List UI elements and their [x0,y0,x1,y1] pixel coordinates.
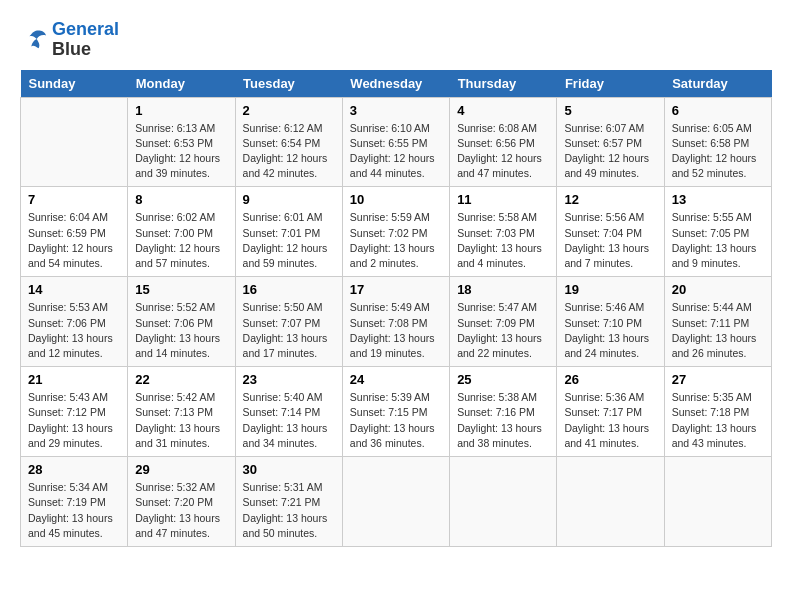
calendar-cell: 6Sunrise: 6:05 AM Sunset: 6:58 PM Daylig… [664,97,771,187]
calendar-table: SundayMondayTuesdayWednesdayThursdayFrid… [20,70,772,547]
calendar-cell: 11Sunrise: 5:58 AM Sunset: 7:03 PM Dayli… [450,187,557,277]
day-info: Sunrise: 5:34 AM Sunset: 7:19 PM Dayligh… [28,480,120,541]
calendar-cell [342,457,449,547]
weekday-header-wednesday: Wednesday [342,70,449,98]
day-info: Sunrise: 5:53 AM Sunset: 7:06 PM Dayligh… [28,300,120,361]
calendar-cell: 1Sunrise: 6:13 AM Sunset: 6:53 PM Daylig… [128,97,235,187]
day-number: 11 [457,192,549,207]
calendar-cell: 10Sunrise: 5:59 AM Sunset: 7:02 PM Dayli… [342,187,449,277]
calendar-cell: 3Sunrise: 6:10 AM Sunset: 6:55 PM Daylig… [342,97,449,187]
day-number: 21 [28,372,120,387]
logo-text: GeneralBlue [52,20,119,60]
calendar-cell: 19Sunrise: 5:46 AM Sunset: 7:10 PM Dayli… [557,277,664,367]
day-info: Sunrise: 6:12 AM Sunset: 6:54 PM Dayligh… [243,121,335,182]
day-number: 25 [457,372,549,387]
calendar-cell: 12Sunrise: 5:56 AM Sunset: 7:04 PM Dayli… [557,187,664,277]
page-header: GeneralBlue [20,20,772,60]
calendar-cell: 24Sunrise: 5:39 AM Sunset: 7:15 PM Dayli… [342,367,449,457]
calendar-cell: 22Sunrise: 5:42 AM Sunset: 7:13 PM Dayli… [128,367,235,457]
calendar-cell: 8Sunrise: 6:02 AM Sunset: 7:00 PM Daylig… [128,187,235,277]
logo-icon [20,28,48,52]
day-info: Sunrise: 5:42 AM Sunset: 7:13 PM Dayligh… [135,390,227,451]
calendar-cell [450,457,557,547]
day-info: Sunrise: 6:10 AM Sunset: 6:55 PM Dayligh… [350,121,442,182]
day-info: Sunrise: 5:58 AM Sunset: 7:03 PM Dayligh… [457,210,549,271]
weekday-header-friday: Friday [557,70,664,98]
calendar-cell: 9Sunrise: 6:01 AM Sunset: 7:01 PM Daylig… [235,187,342,277]
day-number: 29 [135,462,227,477]
day-info: Sunrise: 5:40 AM Sunset: 7:14 PM Dayligh… [243,390,335,451]
day-number: 4 [457,103,549,118]
calendar-cell: 26Sunrise: 5:36 AM Sunset: 7:17 PM Dayli… [557,367,664,457]
day-number: 7 [28,192,120,207]
day-info: Sunrise: 5:55 AM Sunset: 7:05 PM Dayligh… [672,210,764,271]
weekday-header-thursday: Thursday [450,70,557,98]
calendar-cell: 28Sunrise: 5:34 AM Sunset: 7:19 PM Dayli… [21,457,128,547]
day-info: Sunrise: 5:44 AM Sunset: 7:11 PM Dayligh… [672,300,764,361]
day-info: Sunrise: 5:56 AM Sunset: 7:04 PM Dayligh… [564,210,656,271]
calendar-cell: 27Sunrise: 5:35 AM Sunset: 7:18 PM Dayli… [664,367,771,457]
calendar-cell: 5Sunrise: 6:07 AM Sunset: 6:57 PM Daylig… [557,97,664,187]
calendar-cell: 30Sunrise: 5:31 AM Sunset: 7:21 PM Dayli… [235,457,342,547]
weekday-header-tuesday: Tuesday [235,70,342,98]
calendar-cell: 21Sunrise: 5:43 AM Sunset: 7:12 PM Dayli… [21,367,128,457]
calendar-cell [21,97,128,187]
day-info: Sunrise: 5:35 AM Sunset: 7:18 PM Dayligh… [672,390,764,451]
day-info: Sunrise: 5:36 AM Sunset: 7:17 PM Dayligh… [564,390,656,451]
calendar-week-row: 28Sunrise: 5:34 AM Sunset: 7:19 PM Dayli… [21,457,772,547]
calendar-cell: 7Sunrise: 6:04 AM Sunset: 6:59 PM Daylig… [21,187,128,277]
day-info: Sunrise: 5:32 AM Sunset: 7:20 PM Dayligh… [135,480,227,541]
day-info: Sunrise: 6:05 AM Sunset: 6:58 PM Dayligh… [672,121,764,182]
calendar-cell: 14Sunrise: 5:53 AM Sunset: 7:06 PM Dayli… [21,277,128,367]
day-number: 18 [457,282,549,297]
day-number: 12 [564,192,656,207]
day-number: 24 [350,372,442,387]
day-number: 22 [135,372,227,387]
day-number: 10 [350,192,442,207]
day-info: Sunrise: 5:52 AM Sunset: 7:06 PM Dayligh… [135,300,227,361]
day-info: Sunrise: 5:50 AM Sunset: 7:07 PM Dayligh… [243,300,335,361]
calendar-cell: 29Sunrise: 5:32 AM Sunset: 7:20 PM Dayli… [128,457,235,547]
day-number: 26 [564,372,656,387]
day-number: 2 [243,103,335,118]
day-info: Sunrise: 5:31 AM Sunset: 7:21 PM Dayligh… [243,480,335,541]
calendar-cell [557,457,664,547]
day-number: 30 [243,462,335,477]
day-number: 6 [672,103,764,118]
day-number: 5 [564,103,656,118]
day-number: 19 [564,282,656,297]
day-number: 20 [672,282,764,297]
day-number: 27 [672,372,764,387]
day-number: 15 [135,282,227,297]
weekday-header-sunday: Sunday [21,70,128,98]
day-info: Sunrise: 5:38 AM Sunset: 7:16 PM Dayligh… [457,390,549,451]
day-number: 17 [350,282,442,297]
day-number: 16 [243,282,335,297]
day-number: 8 [135,192,227,207]
day-info: Sunrise: 5:47 AM Sunset: 7:09 PM Dayligh… [457,300,549,361]
calendar-week-row: 21Sunrise: 5:43 AM Sunset: 7:12 PM Dayli… [21,367,772,457]
calendar-cell: 25Sunrise: 5:38 AM Sunset: 7:16 PM Dayli… [450,367,557,457]
day-info: Sunrise: 6:07 AM Sunset: 6:57 PM Dayligh… [564,121,656,182]
calendar-week-row: 1Sunrise: 6:13 AM Sunset: 6:53 PM Daylig… [21,97,772,187]
calendar-cell: 16Sunrise: 5:50 AM Sunset: 7:07 PM Dayli… [235,277,342,367]
weekday-header-saturday: Saturday [664,70,771,98]
day-info: Sunrise: 5:39 AM Sunset: 7:15 PM Dayligh… [350,390,442,451]
calendar-week-row: 14Sunrise: 5:53 AM Sunset: 7:06 PM Dayli… [21,277,772,367]
day-info: Sunrise: 6:01 AM Sunset: 7:01 PM Dayligh… [243,210,335,271]
weekday-header-row: SundayMondayTuesdayWednesdayThursdayFrid… [21,70,772,98]
day-info: Sunrise: 6:13 AM Sunset: 6:53 PM Dayligh… [135,121,227,182]
day-info: Sunrise: 5:49 AM Sunset: 7:08 PM Dayligh… [350,300,442,361]
day-number: 3 [350,103,442,118]
calendar-cell: 2Sunrise: 6:12 AM Sunset: 6:54 PM Daylig… [235,97,342,187]
calendar-cell: 23Sunrise: 5:40 AM Sunset: 7:14 PM Dayli… [235,367,342,457]
day-info: Sunrise: 6:02 AM Sunset: 7:00 PM Dayligh… [135,210,227,271]
day-number: 23 [243,372,335,387]
day-info: Sunrise: 5:43 AM Sunset: 7:12 PM Dayligh… [28,390,120,451]
day-number: 1 [135,103,227,118]
calendar-cell: 13Sunrise: 5:55 AM Sunset: 7:05 PM Dayli… [664,187,771,277]
day-info: Sunrise: 6:08 AM Sunset: 6:56 PM Dayligh… [457,121,549,182]
calendar-cell [664,457,771,547]
day-number: 28 [28,462,120,477]
day-number: 9 [243,192,335,207]
